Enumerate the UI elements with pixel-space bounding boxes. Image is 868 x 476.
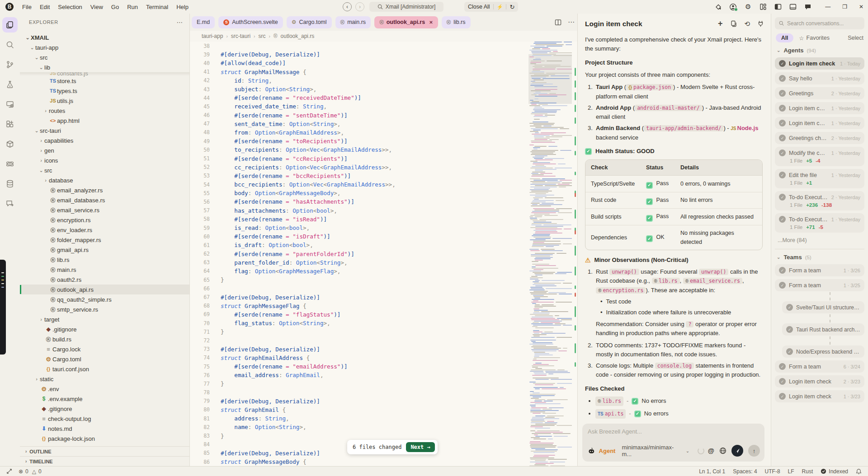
tree-item-package-lock.json[interactable]: {}package-lock.json [20, 434, 189, 443]
tree-item-store.ts[interactable]: TSstore.ts [20, 76, 189, 86]
tree-item-xmail[interactable]: ⌄XMAIL [20, 33, 189, 42]
model-selector[interactable]: minimaxai/minimax-m... [622, 444, 682, 457]
panel-left-icon[interactable] [774, 3, 782, 11]
filter-all-tab[interactable]: All [776, 33, 793, 42]
tree-item-static[interactable]: ›static [20, 374, 189, 384]
tree-item-.gitignore[interactable]: ◆.gitignore [20, 324, 189, 334]
tree-item-check-output.log[interactable]: ≡check-output.log [20, 414, 189, 424]
conversation-card[interactable]: ✓To-do Execution2 · Yesterday1 File+236-… [775, 191, 864, 210]
conversation-card[interactable]: ✓Form a team1 · 3/26 [775, 264, 864, 276]
tree-item-routes[interactable]: ›routes [20, 106, 189, 116]
activity-remote-monitor-icon[interactable] [2, 97, 18, 112]
breadcrumb[interactable]: tauri-app›src-tauri›src›®outlook_api.rs [190, 31, 577, 42]
conversation-card[interactable]: ✓Greetings2 · Yesterday [775, 87, 864, 99]
minimap[interactable] [528, 42, 572, 466]
conversation-card[interactable]: ✓Login item check1 · 3/23 [775, 390, 864, 402]
account-icon[interactable] [729, 3, 737, 11]
send-icon[interactable] [731, 445, 743, 457]
conversation-card[interactable]: ✓Login item check2 · 3/23 [775, 375, 864, 387]
tree-item-target[interactable]: ›target [20, 314, 189, 324]
tree-item-main.rs[interactable]: ®main.rs [20, 265, 189, 275]
editor-tab-lib.rs[interactable]: ®lib.rs [442, 16, 471, 28]
menu-help[interactable]: Help [172, 4, 193, 10]
conversation-card[interactable]: ✓Form a team6 · 3/24 [775, 360, 864, 373]
chat-bubble-icon[interactable] [804, 3, 811, 11]
activity-database-icon[interactable] [2, 176, 18, 191]
status-utf-8[interactable]: UTF-8 [765, 468, 780, 475]
tree-item-env-loader.rs[interactable]: ®env_loader.rs [20, 225, 189, 235]
editor-tab-outlook-api.rs[interactable]: ®outlook_api.rs✕ [374, 16, 438, 28]
menu-edit[interactable]: Edit [36, 4, 54, 10]
timeline-section[interactable]: ›TIMELINE [20, 456, 189, 466]
editor-tab-cargo.toml[interactable]: ⚙Cargo.toml [287, 16, 332, 28]
conversation-search-input[interactable]: Search conversations... [775, 17, 864, 29]
tree-item-app.html[interactable]: <>app.html [20, 116, 189, 126]
code-editor[interactable]: 3839#[derive(Debug, Deserialize)]40#[all… [190, 42, 577, 466]
next-file-button[interactable]: Next → [406, 442, 434, 452]
minimize-button[interactable]: — [825, 4, 830, 10]
conversation-card[interactable]: ✓Login item check1 · Yesterday [775, 117, 864, 129]
problems-warnings[interactable]: △0 [32, 468, 42, 475]
conversation-card[interactable]: ✓Greetings check2 · Yesterday [775, 132, 864, 144]
status-spaces[interactable]: Spaces: 4 [733, 468, 757, 475]
menu-selection[interactable]: Selection [54, 4, 86, 10]
conversation-card[interactable]: ✓Svelte/Tauri UI structure analyst [782, 301, 864, 313]
status-lf[interactable]: LF [788, 468, 794, 475]
status-ln[interactable]: Ln 1, Col 1 [699, 468, 725, 475]
tree-item-utils.js[interactable]: JSutils.js [20, 96, 189, 106]
layout-grid-icon[interactable] [759, 3, 767, 11]
tree-item-gmail-api.rs[interactable]: ®gmail_api.rs [20, 245, 189, 255]
tree-item-folder-mapper.rs[interactable]: ®folder_mapper.rs [20, 235, 189, 245]
conversation-card[interactable]: ✓Login item check1 · Today [775, 57, 864, 70]
tree-item-build.rs[interactable]: ®build.rs [20, 334, 189, 344]
copy-icon[interactable] [730, 20, 736, 27]
status-rust[interactable]: Rust [802, 468, 813, 475]
section-header-teams[interactable]: ⌄Teams(5) [777, 254, 863, 261]
more-conversations-button[interactable]: ...More (84) [778, 237, 863, 243]
activity-files-icon[interactable] [2, 17, 18, 33]
tree-item-email-service.rs[interactable]: ®email_service.rs [20, 205, 189, 215]
activity-atom-icon[interactable] [2, 156, 18, 172]
activity-source-control-icon[interactable] [2, 57, 18, 72]
remote-indicator-icon[interactable] [6, 468, 12, 474]
tree-item-oauth2.rs[interactable]: ®oauth2.rs [20, 275, 189, 285]
menu-view[interactable]: View [86, 4, 107, 10]
tree-item-lib[interactable]: ⌄lib [20, 62, 189, 72]
submit-arrow-button[interactable]: ↑ [748, 445, 760, 457]
history-back-button[interactable]: ‹ [343, 2, 352, 11]
tree-item-email-analyzer.rs[interactable]: ®email_analyzer.rs [20, 185, 189, 195]
tree-item-email-database.rs[interactable]: ®email_database.rs [20, 195, 189, 205]
history-forward-button[interactable]: › [355, 2, 364, 11]
tree-item-icons[interactable]: ›icons [20, 155, 189, 165]
filter-favorites-tab[interactable]: ☆Favorites [799, 35, 830, 42]
mention-icon[interactable]: @ [708, 447, 714, 454]
tree-item-notes.md[interactable]: ⬇notes.md [20, 424, 189, 434]
flash-icon[interactable]: ⚡ [497, 4, 503, 10]
maximize-button[interactable]: ❐ [842, 4, 847, 10]
status-indexed[interactable]: Indexed [821, 468, 848, 475]
explorer-more-icon[interactable]: ⋯ [176, 19, 183, 26]
activity-package-box-icon[interactable] [2, 136, 18, 152]
menu-file[interactable]: File [18, 4, 36, 10]
tree-item-smtp-service.rs[interactable]: ®smtp_service.rs [20, 304, 189, 314]
gear-icon[interactable]: ⚙ [744, 3, 752, 11]
tree-item-gen[interactable]: ›gen [20, 145, 189, 155]
conversation-card[interactable]: ✓Form a team1 · 3/25 [775, 279, 864, 291]
tree-item-tauri.conf.json[interactable]: {}tauri.conf.json [20, 364, 189, 374]
activity-extensions-icon[interactable] [2, 117, 18, 132]
globe-icon[interactable] [719, 447, 726, 454]
breadcrumb-segment[interactable]: src [258, 33, 265, 39]
menu-run[interactable]: Run [123, 4, 142, 10]
activity-feedback-icon[interactable] [2, 196, 18, 211]
tree-item-qq-oauth2-simple.rs[interactable]: ®qq_oauth2_simple.rs [20, 294, 189, 304]
close-all-button[interactable]: Close All [468, 4, 490, 10]
agent-mode-label[interactable]: Agent [599, 448, 616, 454]
activity-debug-flask-icon[interactable] [2, 77, 18, 92]
tree-item-encryption.rs[interactable]: ®encryption.rs [20, 215, 189, 225]
conversation-card[interactable]: ✓Edit the file1 · Yesterday1 File+1 [775, 169, 864, 188]
new-chat-icon[interactable]: + [718, 19, 723, 28]
tree-item-cargo.toml[interactable]: ⚙Cargo.toml [20, 354, 189, 364]
editor-tab-e.md[interactable]: E.md [192, 16, 215, 28]
breadcrumb-file[interactable]: outlook_api.rs [281, 33, 315, 39]
activity-search-icon[interactable] [2, 37, 18, 52]
